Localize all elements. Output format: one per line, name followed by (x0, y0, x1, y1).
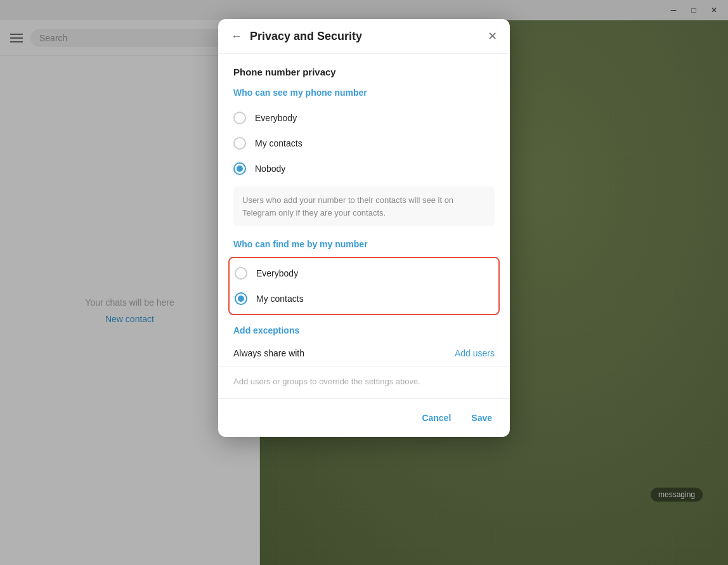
section1-radio-group: Everybody My contacts Nobody (233, 105, 495, 181)
radio-nobody-see[interactable]: Nobody (233, 156, 495, 181)
dialog-title: Privacy and Security (250, 30, 480, 43)
exceptions-hint: Add users or groups to override the sett… (233, 369, 495, 398)
radio-label-nobody-see: Nobody (255, 164, 285, 174)
radio-label-everybody-see: Everybody (255, 113, 297, 123)
radio-label-everybody-find: Everybody (256, 268, 298, 278)
section2-highlighted-group: Everybody My contacts (228, 257, 500, 315)
radio-circle-mycontacts-see (233, 137, 246, 150)
save-button[interactable]: Save (469, 409, 495, 427)
radio-everybody-find[interactable]: Everybody (235, 261, 493, 286)
always-share-label: Always share with (233, 348, 304, 358)
exceptions-title: Add exceptions (233, 325, 299, 335)
section-title: Phone number privacy (233, 67, 495, 77)
always-share-row: Always share with Add users (233, 343, 495, 363)
dialog-footer: Cancel Save (218, 398, 510, 437)
radio-mycontacts-find[interactable]: My contacts (235, 286, 493, 311)
divider (218, 366, 510, 367)
add-users-link[interactable]: Add users (455, 348, 495, 358)
cancel-button[interactable]: Cancel (419, 409, 453, 427)
radio-circle-nobody-see (233, 162, 246, 175)
radio-circle-everybody-see (233, 112, 246, 124)
modal-overlay: ← Privacy and Security ✕ Phone number pr… (0, 0, 728, 565)
dialog-back-button[interactable]: ← (231, 30, 242, 43)
section2-question: Who can find me by my number (233, 239, 495, 249)
exceptions-section: Add exceptions Always share with Add use… (233, 325, 495, 398)
privacy-dialog: ← Privacy and Security ✕ Phone number pr… (218, 19, 510, 437)
section1-hint: Users who add your number to their conta… (233, 186, 495, 226)
dialog-header: ← Privacy and Security ✕ (218, 19, 510, 54)
dialog-close-button[interactable]: ✕ (488, 29, 497, 43)
radio-label-mycontacts-find: My contacts (256, 294, 304, 304)
dialog-body: Phone number privacy Who can see my phon… (218, 54, 510, 398)
radio-mycontacts-see[interactable]: My contacts (233, 131, 495, 156)
radio-circle-everybody-find (235, 267, 247, 280)
section2-radio-group: Everybody My contacts (235, 261, 493, 311)
section1-question: Who can see my phone number (233, 88, 495, 98)
radio-circle-mycontacts-find (235, 292, 247, 305)
radio-label-mycontacts-see: My contacts (255, 138, 302, 148)
exceptions-header: Add exceptions (233, 325, 495, 335)
radio-everybody-see[interactable]: Everybody (233, 105, 495, 131)
